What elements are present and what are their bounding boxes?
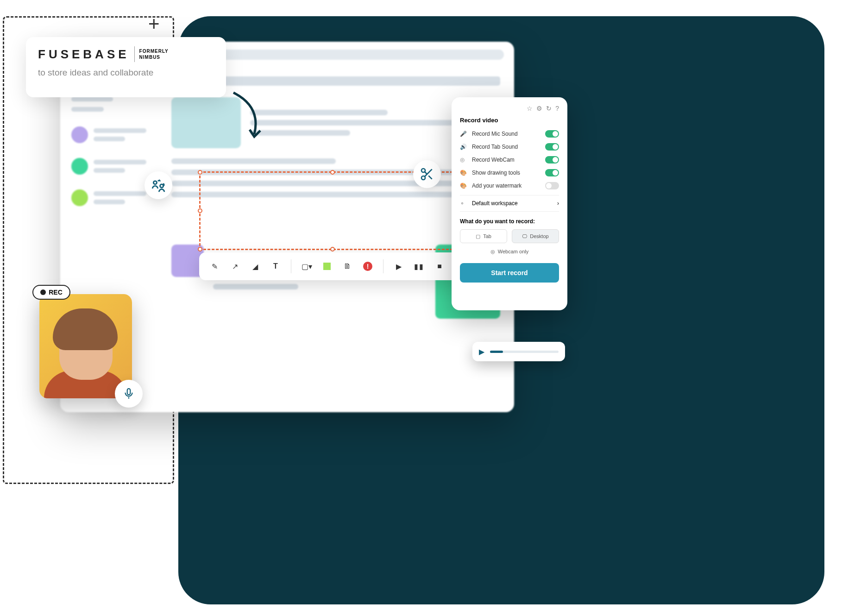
toggle-switch[interactable]	[545, 130, 559, 138]
workspace-selector[interactable]: Default workspace	[472, 200, 553, 207]
microphone-icon[interactable]	[115, 380, 143, 408]
plus-icon: +	[148, 13, 160, 35]
logo-card: FUSEBASE FORMERLYNIMBUS to store ideas a…	[26, 37, 226, 97]
option-label: Show drawing tools	[472, 170, 540, 176]
panel-title: Record video	[460, 117, 559, 124]
tab-option-desktop[interactable]: 🖵Desktop	[512, 229, 559, 243]
curved-arrow-icon	[229, 88, 270, 144]
webcam-icon: ◎	[490, 249, 495, 255]
refresh-icon[interactable]: ↻	[546, 105, 552, 112]
toggle-switch[interactable]	[545, 169, 559, 176]
arrow-icon[interactable]: ↗	[230, 261, 240, 271]
collaborate-icon[interactable]	[145, 171, 172, 199]
webcam-preview	[39, 294, 132, 398]
toggle-switch[interactable]	[545, 143, 559, 151]
scissors-icon[interactable]	[413, 160, 441, 188]
play-icon[interactable]: ▶	[394, 261, 404, 271]
option-icon: 🎤	[460, 131, 467, 137]
option-icon: ◎	[460, 157, 467, 163]
svg-point-6	[160, 184, 163, 188]
option-icon: 🎨	[460, 170, 467, 176]
annotation-toolbar: ✎ ↗ ◢ T ▢▾ 🗎 ! ▶ ▮▮ ■	[199, 252, 465, 280]
star-icon[interactable]: ☆	[527, 105, 533, 112]
svg-point-1	[421, 176, 425, 180]
option-label: Record Mic Sound	[472, 131, 540, 137]
svg-line-4	[425, 172, 427, 174]
svg-point-5	[153, 181, 157, 184]
option-label: Record Tab Sound	[472, 144, 540, 150]
help-icon[interactable]: ?	[555, 105, 559, 112]
toggle-switch[interactable]	[545, 156, 559, 163]
color-icon[interactable]	[322, 261, 332, 271]
progress-bar[interactable]	[490, 351, 559, 353]
stop-icon[interactable]: ■	[434, 261, 445, 271]
pause-icon[interactable]: ▮▮	[414, 261, 424, 271]
alert-icon[interactable]: !	[363, 261, 373, 271]
audio-player: ▶	[472, 342, 565, 361]
pencil-icon[interactable]: ✎	[209, 261, 220, 271]
svg-line-3	[428, 176, 432, 179]
chevron-right-icon: ›	[557, 200, 559, 207]
option-icon: 🔊	[460, 144, 467, 150]
svg-rect-7	[127, 389, 131, 395]
workspace-icon: ⚬	[460, 200, 467, 207]
option-label: Add your watermark	[472, 182, 540, 189]
eraser-icon[interactable]: ◢	[250, 261, 260, 271]
brand-name: FUSEBASE	[38, 47, 130, 62]
shape-icon[interactable]: ▢▾	[302, 261, 312, 271]
play-icon[interactable]: ▶	[479, 347, 484, 356]
gear-icon[interactable]: ⚙	[536, 105, 542, 112]
toggle-switch[interactable]	[545, 182, 559, 189]
svg-point-0	[421, 169, 425, 172]
record-question: What do you want to record:	[460, 218, 559, 225]
record-panel: ☆ ⚙ ↻ ? Record video 🎤Record Mic Sound🔊R…	[452, 97, 567, 310]
text-icon[interactable]: T	[270, 261, 281, 271]
tab-option-tab[interactable]: ▢Tab	[460, 229, 507, 243]
start-record-button[interactable]: Start record	[460, 263, 559, 283]
rec-indicator: REC	[32, 285, 70, 300]
webcam-only-option[interactable]: ◎Webcam only	[460, 249, 559, 255]
option-label: Record WebCam	[472, 157, 540, 163]
tagline: to store ideas and collaborate	[38, 68, 214, 78]
option-icon: 🎨	[460, 182, 467, 189]
note-icon[interactable]: 🗎	[342, 261, 352, 271]
